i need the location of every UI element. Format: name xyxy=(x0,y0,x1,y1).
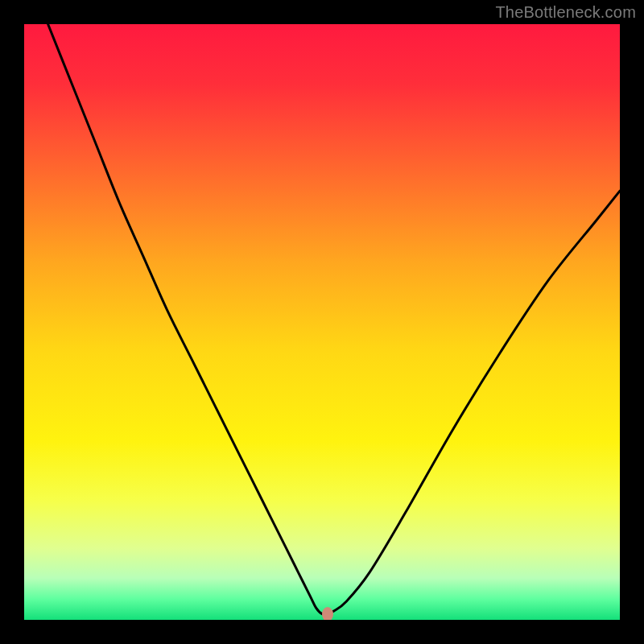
chart-frame: TheBottleneck.com xyxy=(0,0,644,644)
watermark-text: TheBottleneck.com xyxy=(495,3,636,22)
optimum-marker xyxy=(322,607,333,620)
plot-area xyxy=(24,24,620,620)
curve-layer xyxy=(24,24,620,620)
bottleneck-curve xyxy=(48,24,620,614)
